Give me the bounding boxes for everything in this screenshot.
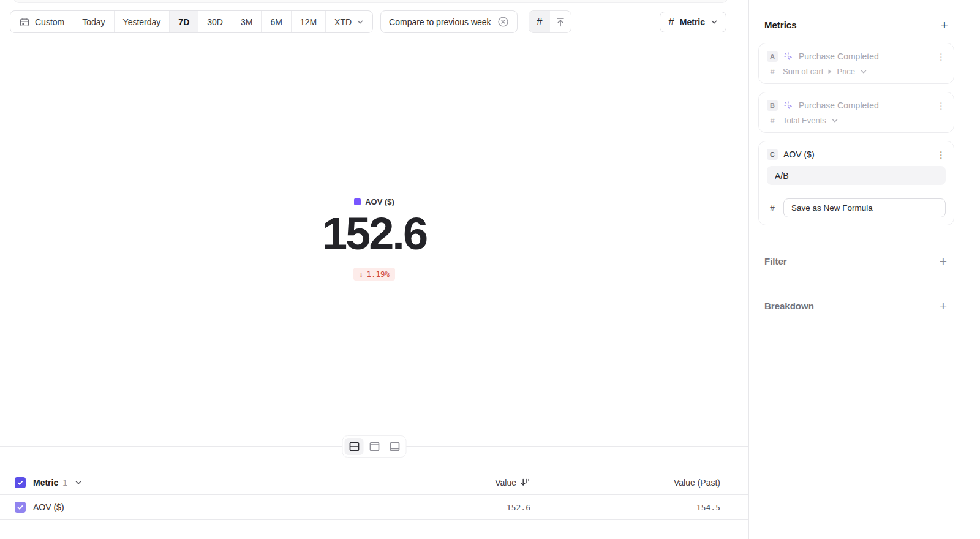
date-range-12m[interactable]: 12M — [292, 11, 326, 32]
table-header-row: Metric 1 Value Value (Past) — [0, 470, 748, 495]
date-range-custom[interactable]: Custom — [10, 11, 74, 32]
metrics-section-header: Metrics + — [749, 0, 980, 31]
kebab-menu-icon[interactable]: ⋮ — [937, 150, 946, 159]
sort-descending-icon — [520, 477, 530, 488]
event-sparkle-icon — [783, 51, 793, 61]
metrics-title: Metrics — [764, 20, 797, 30]
calendar-icon — [19, 17, 30, 28]
toolbar: Custom Today Yesterday 7D 30D 3M 6M 12M … — [10, 10, 726, 33]
row-checkbox[interactable] — [15, 502, 26, 513]
metric-cards: A Purchase Completed ⋮ # Sum of cart — [749, 31, 980, 225]
date-range-3m[interactable]: 3M — [232, 11, 262, 32]
change-badge: ↓ 1.19% — [353, 268, 395, 281]
breakdown-title: Breakdown — [764, 301, 814, 311]
value-display-toggle: # — [529, 10, 571, 33]
legend-label: AOV ($) — [365, 197, 394, 206]
metric-card-b[interactable]: B Purchase Completed ⋮ # Total Events — [758, 92, 954, 133]
aggregation-label: Sum of cart — [783, 67, 823, 76]
legend: AOV ($) — [354, 197, 394, 206]
layout-view-toggle — [342, 435, 407, 458]
date-range-xtd[interactable]: XTD — [326, 11, 372, 32]
chart-only-view-toggle[interactable] — [365, 438, 384, 455]
results-table: Metric 1 Value Value (Past) — [0, 470, 748, 520]
arrow-down-icon: ↓ — [359, 270, 364, 279]
metric-big-number-card: AOV ($) 152.6 ↓ 1.19% — [0, 197, 748, 281]
change-percent: 1.19% — [366, 270, 390, 279]
date-range-today[interactable]: Today — [74, 11, 114, 32]
top-panel-icon — [368, 440, 380, 453]
date-range-30d[interactable]: 30D — [198, 11, 232, 32]
aggregation-label: Total Events — [783, 116, 826, 125]
absolute-number-toggle[interactable]: # — [529, 11, 550, 32]
hash-icon: # — [668, 16, 674, 28]
filter-title: Filter — [764, 256, 787, 266]
date-range-7d[interactable]: 7D — [170, 11, 198, 32]
metric-letter-badge: A — [767, 51, 778, 62]
caret-right-icon — [828, 69, 832, 74]
top-card-edge — [13, 0, 728, 3]
filter-section-header: Filter + — [749, 255, 980, 268]
add-filter-button[interactable]: + — [940, 255, 947, 268]
breakdown-section-header: Breakdown + — [749, 300, 980, 312]
aggregation-dropdown[interactable]: # Total Events — [767, 116, 946, 125]
hash-icon: # — [767, 116, 778, 125]
query-builder-sidebar: Metrics + A Purchase Completed ⋮ — [748, 0, 980, 539]
formula-metric-name: AOV ($) — [783, 149, 815, 159]
row-value: 152.6 — [507, 503, 530, 512]
table-only-view-toggle[interactable] — [385, 438, 404, 455]
bottom-panel-icon — [388, 440, 401, 453]
metric-event-name: Purchase Completed — [799, 51, 879, 61]
select-all-checkbox[interactable] — [15, 477, 26, 488]
formula-input[interactable] — [767, 166, 946, 185]
metric-card-c-formula[interactable]: C AOV ($) ⋮ # Save as New Formula — [758, 141, 954, 225]
metric-dropdown-button[interactable]: # Metric — [660, 12, 726, 32]
metric-count: 1 — [62, 478, 67, 488]
date-range-6m[interactable]: 6M — [262, 11, 291, 32]
remove-compare-icon[interactable] — [497, 16, 509, 28]
split-horizontal-icon — [348, 440, 360, 453]
date-range-control: Custom Today Yesterday 7D 30D 3M 6M 12M … — [10, 10, 373, 33]
metric-value: 152.6 — [322, 211, 426, 258]
arrow-to-top-toggle[interactable] — [550, 11, 571, 32]
hash-icon: # — [767, 203, 778, 213]
split-view-toggle[interactable] — [345, 438, 364, 455]
value-column-header[interactable]: Value — [350, 477, 530, 488]
chevron-down-icon — [710, 18, 718, 26]
add-breakdown-button[interactable]: + — [940, 300, 947, 312]
aggregation-dropdown[interactable]: # Sum of cart Price — [767, 67, 946, 76]
add-metric-button[interactable]: + — [941, 18, 948, 31]
kebab-menu-icon[interactable]: ⋮ — [937, 52, 946, 61]
compare-to-previous-week-chip[interactable]: Compare to previous week — [380, 10, 518, 33]
date-range-label: Custom — [35, 17, 64, 27]
metric-letter-badge: B — [767, 100, 778, 111]
hash-icon: # — [537, 16, 542, 28]
event-sparkle-icon — [783, 100, 793, 110]
chevron-down-icon — [356, 18, 364, 26]
main-panel: Custom Today Yesterday 7D 30D 3M 6M 12M … — [0, 0, 748, 539]
date-range-yesterday[interactable]: Yesterday — [115, 11, 170, 32]
value-past-column-header[interactable]: Value (Past) — [530, 478, 720, 488]
chevron-down-icon — [860, 68, 867, 75]
metric-event-name: Purchase Completed — [799, 100, 879, 110]
chevron-down-icon — [831, 117, 839, 124]
row-value-past: 154.5 — [696, 503, 720, 512]
metric-card-a[interactable]: A Purchase Completed ⋮ # Sum of cart — [758, 43, 954, 84]
legend-swatch — [354, 198, 361, 205]
row-metric-label: AOV ($) — [33, 502, 64, 512]
metric-button-label: Metric — [680, 17, 705, 27]
metric-column-header[interactable]: Metric — [33, 478, 58, 488]
aggregation-property: Price — [837, 67, 855, 76]
compare-label: Compare to previous week — [389, 17, 491, 27]
table-row: AOV ($) 152.6 154.5 — [0, 495, 748, 520]
save-as-new-formula-button[interactable]: Save as New Formula — [783, 198, 946, 217]
chevron-down-icon[interactable] — [75, 479, 82, 486]
arrow-to-top-icon — [554, 16, 567, 28]
metric-letter-badge: C — [767, 149, 778, 160]
hash-icon: # — [767, 67, 778, 76]
kebab-menu-icon[interactable]: ⋮ — [937, 101, 946, 110]
